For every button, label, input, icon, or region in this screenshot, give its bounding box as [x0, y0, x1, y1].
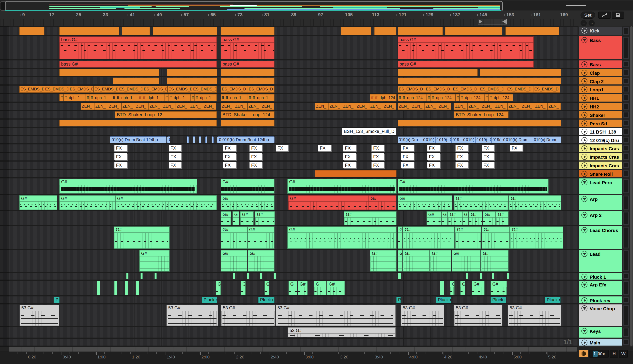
clip[interactable]: G — [460, 281, 465, 295]
clip-cell[interactable]: ES_EMDS_D — [398, 86, 425, 92]
clip[interactable] — [113, 78, 159, 84]
clip-cell[interactable]: ZEN_ — [342, 103, 356, 110]
playback-speed-field[interactable]: 1.00x — [590, 350, 608, 358]
clip[interactable] — [122, 27, 150, 35]
clip[interactable]: G# — [248, 250, 274, 272]
clip-cell[interactable]: ES_EMDS_D — [168, 86, 192, 92]
clip[interactable]: G# — [482, 226, 510, 249]
clip[interactable]: ZEN_ZEN_ZEN_ZEN_ZEN_ZEN_ — [315, 103, 396, 110]
clip[interactable]: G# — [452, 250, 480, 272]
set-button[interactable]: Set — [580, 12, 595, 19]
clip[interactable]: bass G# — [59, 36, 217, 59]
track-header-arp-efx-22[interactable]: Arp Efx — [579, 281, 622, 295]
clip[interactable]: G# — [455, 226, 482, 249]
vertical-scrollbar-thumb[interactable] — [630, 26, 632, 346]
track-lane-snare-roll-15[interactable] — [0, 170, 578, 177]
clip[interactable]: G — [216, 281, 221, 295]
play-icon[interactable] — [582, 274, 588, 280]
clip[interactable]: 0 — [167, 136, 170, 143]
clip[interactable]: G# — [248, 226, 274, 249]
clip[interactable] — [19, 27, 44, 35]
clip[interactable]: G# — [221, 226, 247, 249]
clip-cell[interactable]: ff — [484, 94, 488, 101]
clip[interactable]: G — [264, 281, 270, 295]
clip[interactable]: bass G# — [398, 36, 534, 59]
clip-cell[interactable]: ZEN_ — [162, 103, 176, 110]
clip[interactable]: G# — [19, 195, 57, 210]
clip-cell[interactable]: ff — [456, 94, 460, 101]
clip-cell[interactable]: ff_dph_1 — [64, 94, 86, 101]
clip[interactable] — [125, 281, 128, 295]
clip[interactable]: G# — [403, 226, 454, 249]
play-icon[interactable] — [582, 129, 588, 135]
clip[interactable] — [466, 273, 468, 279]
clip[interactable]: 0 019(b) Drum Beat 124bp — [217, 136, 274, 143]
clip-cell[interactable]: ff_dph_124 — [374, 94, 396, 101]
clip-cell[interactable]: 019 — [452, 137, 462, 143]
clip[interactable]: FX — [482, 162, 494, 168]
clip[interactable]: G# — [288, 179, 396, 194]
clip-cell[interactable]: ZEN_ — [248, 103, 261, 110]
track-header-keys-25[interactable]: Keys — [579, 327, 622, 338]
clip[interactable]: FX — [343, 162, 356, 168]
play-icon[interactable] — [582, 95, 588, 101]
clip[interactable]: Pluck re — [202, 297, 217, 303]
loop-brace[interactable] — [478, 19, 507, 24]
clip[interactable]: FX — [223, 145, 236, 152]
track-header-impacts-cras-14[interactable]: Impacts Cras — [579, 162, 622, 169]
clip-cell[interactable]: ff_dph_1 — [116, 94, 138, 101]
clip[interactable]: FX — [223, 153, 236, 160]
clip[interactable]: G# — [483, 211, 496, 225]
clip-cell[interactable]: ZEN_ — [494, 103, 508, 110]
play-icon[interactable] — [582, 154, 588, 160]
clip-cell[interactable]: ff — [398, 94, 402, 101]
clip-cell[interactable]: ZEN_ — [108, 103, 122, 110]
clip-cell[interactable]: ZEN_ — [521, 103, 534, 110]
clip[interactable] — [260, 273, 262, 279]
clip[interactable]: G# — [221, 211, 231, 225]
clip-cell[interactable]: ES_EMDS_D — [118, 86, 143, 92]
arrangement-overview[interactable] — [0, 0, 633, 11]
clip[interactable]: FX — [401, 162, 414, 168]
clip[interactable] — [315, 170, 396, 177]
clip[interactable]: G# — [59, 195, 115, 210]
clip[interactable]: ffff_dph_124 — [370, 94, 396, 101]
clip[interactable]: FX — [427, 162, 440, 168]
clip[interactable]: ZEN_ZEN_ZEN_ZEN_ — [398, 103, 451, 110]
clip[interactable] — [205, 136, 207, 143]
time-ruler[interactable]: 0:200:401:001:201:402:002:202:403:003:20… — [0, 352, 633, 364]
track-lane-voice-chop-24[interactable]: 53 G#53 G#53 G#53 G#53 G#53 G#53 G# — [0, 304, 578, 326]
clip-cell[interactable]: ES_EMDS_D — [248, 86, 274, 92]
clip[interactable] — [59, 69, 159, 76]
clip-cell[interactable]: ZEN_ — [135, 103, 149, 110]
clip[interactable]: BSH_138_Smoke_Full_D — [342, 128, 396, 135]
clip-cell[interactable]: ZEN_ — [221, 103, 234, 110]
clip-cell[interactable]: ES_EMDS_D — [506, 86, 534, 92]
track-header-main-26[interactable]: Main — [579, 339, 622, 346]
clip-cell[interactable]: 019( — [478, 137, 489, 143]
clip[interactable]: ES_EMDS_DES_EMDS_DES_EMDS_DES_EMDS_DES_E… — [19, 86, 217, 93]
unfold-icon[interactable] — [582, 179, 588, 185]
track-header-snare-roll-15[interactable]: Snare Roll — [579, 170, 622, 177]
track-header-arp-2-18[interactable]: Arp 2 — [579, 211, 622, 225]
clip[interactable]: G# — [472, 281, 484, 295]
clip-cell[interactable]: 019( — [425, 137, 436, 143]
track-header-lead-chorus-19[interactable]: Lead Chorus — [579, 226, 622, 249]
clip-cell[interactable]: 0 — [502, 137, 505, 143]
play-icon[interactable] — [582, 28, 588, 34]
clip[interactable] — [199, 136, 201, 143]
clip[interactable] — [126, 273, 128, 279]
clip[interactable] — [167, 78, 217, 84]
clip[interactable]: G# — [115, 195, 217, 210]
track-header-arp-17[interactable]: Arp — [579, 195, 622, 210]
clip[interactable]: FX — [343, 153, 356, 160]
clip-cell[interactable]: ZEN_ — [424, 103, 438, 110]
clip-cell[interactable]: ZEN_ — [329, 103, 342, 110]
clip[interactable]: G# — [139, 250, 170, 272]
track-lane-keys-25[interactable]: 53 G# — [0, 327, 578, 338]
clip[interactable]: G# — [298, 281, 308, 295]
track-lane-impacts-cras-12[interactable]: FXFXFXFXFXFXFXFXFXFXFXFXFX — [0, 144, 578, 152]
track-lane-lead-chorus-19[interactable]: G#G#G#G#GG#G#G#G# — [0, 226, 578, 249]
clip[interactable]: FX — [401, 145, 414, 152]
clip[interactable]: FX — [343, 145, 356, 152]
